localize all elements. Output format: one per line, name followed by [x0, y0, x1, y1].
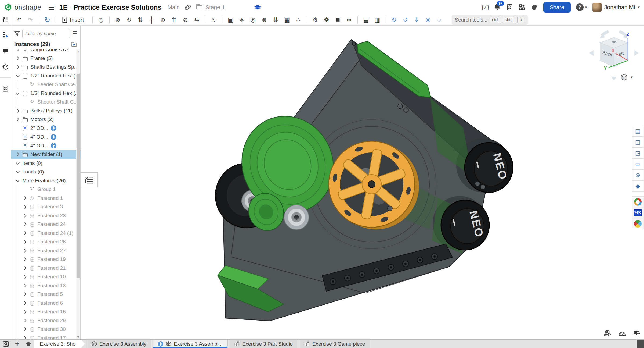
- tree-item[interactable]: 4" OD...: [11, 141, 80, 150]
- select-part-icon[interactable]: ◎: [248, 15, 259, 25]
- expand-chevron-icon[interactable]: [22, 335, 28, 339]
- expand-chevron-icon[interactable]: [22, 283, 28, 289]
- apps-store-icon[interactable]: [519, 4, 526, 11]
- tree-item[interactable]: 4" OD...: [11, 133, 80, 141]
- tab-exercise-3-sho[interactable]: Exercise 3: Sho: [34, 340, 85, 348]
- expand-chevron-icon[interactable]: [15, 108, 21, 114]
- bom-icon[interactable]: ▤: [361, 15, 371, 25]
- expand-chevron-icon[interactable]: [22, 239, 28, 245]
- education-flag-icon[interactable]: [254, 4, 261, 10]
- tree-item[interactable]: Fastened 16: [11, 307, 80, 316]
- assembly-3d-model[interactable]: NEO NEO: [81, 26, 644, 339]
- add-tab-button[interactable]: +: [12, 340, 23, 348]
- tree-item[interactable]: Loads (0): [11, 168, 80, 176]
- tab-exercise-3-game-piece[interactable]: Exercise 3 Game piece: [299, 340, 370, 348]
- versions-icon[interactable]: [2, 31, 9, 38]
- history-icon[interactable]: [2, 63, 9, 70]
- configuration-panel-icon[interactable]: ◫: [632, 137, 644, 148]
- tree-item[interactable]: Shafts Bearings Sp...: [11, 63, 80, 72]
- tree-item[interactable]: Fastened 21: [11, 264, 80, 273]
- list-view-icon[interactable]: ☰: [72, 30, 78, 37]
- filter-icon[interactable]: [14, 31, 20, 37]
- belt-relation-icon[interactable]: ∞: [344, 15, 354, 25]
- gear-relation-icon[interactable]: ⚙: [310, 15, 321, 25]
- expand-chevron-icon[interactable]: [15, 143, 21, 149]
- tree-item[interactable]: Belts / Pulleys (11): [11, 106, 80, 115]
- pin-slot-mate-icon[interactable]: ⊘: [180, 15, 191, 25]
- expand-chevron-icon[interactable]: [15, 73, 21, 79]
- tree-item[interactable]: Mate Features (26): [11, 176, 80, 185]
- toggle-instances-panel-button[interactable]: [0, 15, 11, 26]
- expand-chevron-icon[interactable]: [15, 134, 21, 140]
- version-name[interactable]: Stage 1: [205, 4, 225, 10]
- tab-exercise-3-assembly-active[interactable]: Exercise 3 Assembl...: [153, 340, 228, 348]
- expand-chevron-icon[interactable]: [15, 116, 21, 122]
- tree-item[interactable]: Fastened 26: [11, 237, 80, 246]
- filter-input[interactable]: [22, 29, 70, 38]
- named-positions-icon[interactable]: ◷: [96, 15, 106, 25]
- pattern-icon[interactable]: ▦: [282, 15, 292, 25]
- mate-icon[interactable]: ⊚: [113, 15, 123, 25]
- tree-item[interactable]: Frame (5): [11, 54, 80, 63]
- insert-feature-icon[interactable]: ∗: [237, 15, 247, 25]
- expand-chevron-icon[interactable]: [15, 160, 21, 166]
- help-caret-icon[interactable]: ▾: [585, 5, 587, 10]
- sync-icon[interactable]: ↻: [42, 15, 53, 25]
- expand-chevron-icon[interactable]: [15, 49, 21, 52]
- expand-chevron-icon[interactable]: [22, 221, 28, 227]
- derived-parts-icon[interactable]: ◳: [632, 148, 644, 159]
- planar-mate-icon[interactable]: ┼: [146, 15, 157, 25]
- tree-item[interactable]: Fastened 10: [11, 272, 80, 281]
- app-pie-icon[interactable]: [632, 218, 644, 229]
- tree-item[interactable]: Fastened 1: [11, 194, 80, 203]
- tape-measure-icon[interactable]: [604, 330, 612, 337]
- parallel-mate-icon[interactable]: ⇆: [191, 15, 202, 25]
- replicate-icon[interactable]: ⇊: [270, 15, 281, 25]
- cylindrical-mate-icon[interactable]: ⇈: [169, 15, 180, 25]
- ball-mate-icon[interactable]: ⊕: [158, 15, 168, 25]
- release-tasks-icon[interactable]: [506, 4, 513, 11]
- tree-item[interactable]: Fastened 19: [11, 255, 80, 264]
- graphics-viewport[interactable]: NEO NEO: [81, 26, 644, 339]
- branch-name[interactable]: Main: [167, 4, 180, 10]
- expand-chevron-icon[interactable]: [15, 178, 21, 184]
- tree-item[interactable]: Motors (2): [11, 115, 80, 124]
- expand-chevron-icon[interactable]: [22, 230, 28, 236]
- learning-center-icon[interactable]: [531, 4, 538, 11]
- tree-item[interactable]: Items (0): [11, 159, 80, 168]
- dev-tools-icon[interactable]: {✓}: [482, 4, 489, 10]
- tree-item[interactable]: Fastened 24 (1): [11, 229, 80, 238]
- cam-relation-icon[interactable]: ☸: [321, 15, 332, 25]
- scroll-down-icon[interactable]: ▼: [76, 335, 80, 339]
- tab-exercise-3-assembly[interactable]: Exercise 3 Assembly: [86, 340, 151, 348]
- expand-chevron-icon[interactable]: [22, 186, 28, 192]
- tree-item[interactable]: Group 1: [11, 185, 80, 194]
- tree-item[interactable]: Fastened 3: [11, 203, 80, 211]
- redo-icon[interactable]: ↷: [25, 15, 36, 25]
- user-avatar[interactable]: [592, 3, 602, 12]
- expand-chevron-icon[interactable]: [15, 90, 21, 96]
- tree-item[interactable]: Fastened 24: [11, 220, 80, 229]
- expand-animation-icon[interactable]: ⋇: [423, 15, 433, 25]
- view-options-button[interactable]: ▾: [620, 73, 633, 81]
- scrollbar-thumb[interactable]: [77, 74, 80, 278]
- user-name[interactable]: Jonathan Mi: [604, 4, 635, 10]
- expand-chevron-icon[interactable]: [22, 274, 28, 280]
- expand-chevron-icon[interactable]: [15, 55, 21, 61]
- tangent-mate-icon[interactable]: ∿: [208, 15, 219, 25]
- expand-chevron-icon[interactable]: [15, 169, 21, 175]
- scroll-up-icon[interactable]: ▲: [76, 49, 80, 53]
- tree-item[interactable]: Fastened 17: [11, 334, 80, 340]
- expand-chevron-icon[interactable]: [22, 256, 28, 262]
- app-ring-icon[interactable]: [632, 196, 644, 207]
- view-cube[interactable]: Back Left Z X Y: [587, 27, 641, 84]
- structure-panel-icon[interactable]: ▤: [632, 126, 644, 137]
- expand-chevron-icon[interactable]: [22, 99, 28, 105]
- find-tab-button[interactable]: [0, 340, 12, 348]
- tree-item[interactable]: Fastened 13: [11, 281, 80, 290]
- expand-chevron-icon[interactable]: [22, 326, 28, 332]
- expand-chevron-icon[interactable]: [15, 151, 21, 157]
- tasks-icon[interactable]: [2, 85, 9, 92]
- panel-collapse-handle[interactable]: [81, 172, 98, 187]
- revolute-mate-icon[interactable]: ↻: [124, 15, 135, 25]
